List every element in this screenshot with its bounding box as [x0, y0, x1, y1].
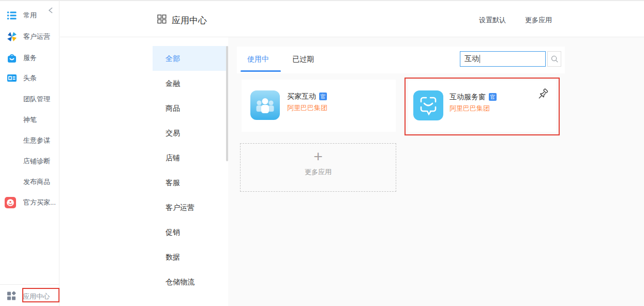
category-products[interactable]: 商品: [153, 96, 228, 120]
category-promotion[interactable]: 促销: [153, 220, 228, 244]
sidebar-item-official-buyer[interactable]: 官方买家...: [0, 196, 59, 209]
sidebar-item-label: 服务: [23, 53, 37, 63]
sidebar-item-label: 生意参谋: [23, 136, 50, 145]
sidebar-item-label: 神笔: [23, 115, 37, 125]
red-app-icon: [4, 196, 17, 209]
sidebar-item-shop-diagnosis[interactable]: 店铺诊断: [0, 155, 59, 167]
app-vendor-link[interactable]: 阿里巴巴集团: [450, 104, 490, 113]
sidebar-divider: [0, 284, 59, 285]
left-sidebar: 常用 客户运营 服务: [0, 1, 59, 306]
category-shop[interactable]: 店铺: [153, 145, 228, 170]
text-caret: [480, 55, 480, 63]
active-tab-underline: [241, 70, 281, 72]
category-panel: 全部 金融 商品 交易 店铺 客服 客户运营 促销 数据 仓储物流: [153, 46, 228, 294]
sidebar-item-label: 常用: [23, 11, 37, 20]
more-apps-button[interactable]: 更多应用: [525, 16, 552, 25]
app-center-window: 常用 客户运营 服务: [0, 0, 644, 306]
sidebar-item-service[interactable]: 服务: [0, 52, 59, 64]
pin-button[interactable]: [537, 88, 549, 100]
pin-icon: [537, 88, 549, 100]
bag-icon: [6, 52, 18, 64]
category-all[interactable]: 全部: [153, 46, 228, 71]
page-header: 应用中心 设置默认 更多应用: [60, 1, 644, 37]
search-button[interactable]: [547, 51, 561, 67]
more-apps-card[interactable]: + 更多应用: [240, 143, 396, 192]
category-warehouse-logistics[interactable]: 仓储物流: [153, 269, 228, 294]
official-badge: 官: [319, 93, 327, 100]
sidebar-item-app-center[interactable]: 应用中心: [0, 289, 59, 303]
people-group-icon: [250, 90, 280, 120]
list-icon: [6, 9, 18, 22]
category-customer-service[interactable]: 客服: [153, 170, 228, 195]
set-default-button[interactable]: 设置默认: [479, 16, 506, 25]
sidebar-item-customer-ops[interactable]: 客户运营: [0, 30, 59, 43]
main-content: 使用中 已过期 互动: [228, 37, 644, 306]
tab-expired[interactable]: 已过期: [292, 55, 314, 64]
sidebar-item-team-management[interactable]: 团队管理: [0, 93, 59, 105]
app-card-buyer-interaction[interactable]: 买家互动官 阿里巴巴集团: [242, 80, 396, 132]
app-name: 互动服务窗官: [450, 93, 497, 102]
sidebar-item-headlines[interactable]: 头条: [0, 72, 59, 84]
app-vendor-link[interactable]: 阿里巴巴集团: [287, 103, 327, 113]
category-data[interactable]: 数据: [153, 244, 228, 269]
sidebar-item-label: 头条: [23, 73, 37, 83]
pinwheel-icon: [6, 30, 18, 43]
chat-window-icon: [413, 90, 443, 120]
more-apps-label: 更多应用: [241, 167, 396, 177]
sidebar-item-label: 发布商品: [23, 177, 50, 187]
sidebar-item-label: 团队管理: [23, 95, 50, 104]
grid-icon: [157, 14, 167, 24]
sidebar-item-label: 应用中心: [23, 292, 50, 301]
tab-bar: 使用中 已过期 互动: [237, 47, 565, 73]
category-finance[interactable]: 金融: [153, 71, 228, 96]
search-value: 互动: [465, 54, 479, 64]
tab-in-use[interactable]: 使用中: [247, 55, 269, 64]
sidebar-item-label: 官方买家...: [23, 198, 56, 207]
category-customer-ops[interactable]: 客户运营: [153, 195, 228, 220]
app-card-interactive-service-window[interactable]: 互动服务窗官 阿里巴巴集团: [408, 80, 556, 132]
category-trade[interactable]: 交易: [153, 120, 228, 145]
sidebar-item-label: 客户运营: [23, 32, 50, 41]
sidebar-item-business-advisor[interactable]: 生意参谋: [0, 134, 59, 147]
search-icon: [550, 55, 559, 63]
news-card-icon: [6, 72, 18, 84]
search-input[interactable]: 互动: [460, 51, 546, 67]
plus-icon: +: [241, 149, 396, 164]
sidebar-item-common[interactable]: 常用: [0, 9, 59, 22]
official-badge: 官: [489, 93, 497, 101]
app-name: 买家互动官: [287, 92, 327, 101]
apps-grid-icon: [6, 290, 17, 301]
sidebar-item-shenbi[interactable]: 神笔: [0, 114, 59, 126]
sidebar-item-label: 店铺诊断: [23, 157, 50, 166]
sidebar-item-publish-product[interactable]: 发布商品: [0, 176, 59, 188]
page-title: 应用中心: [172, 14, 207, 26]
